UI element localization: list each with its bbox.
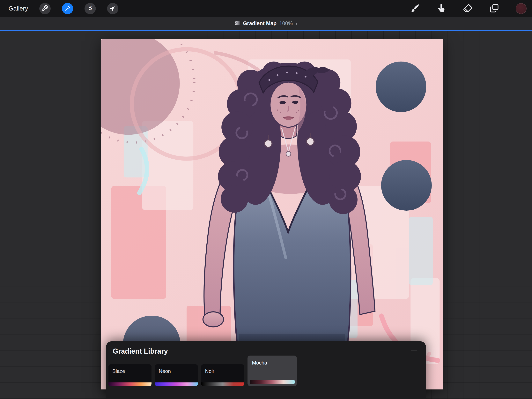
paint-brush-icon	[410, 3, 420, 14]
smudge-finger-icon	[436, 3, 446, 14]
gradient-strip	[155, 382, 198, 386]
artwork-canvas[interactable]	[101, 39, 443, 389]
gradient-map-icon	[234, 21, 240, 26]
top-toolbar: Gallery S	[0, 0, 532, 17]
adjustments-button[interactable]	[62, 3, 73, 14]
gradient-strip	[108, 382, 152, 386]
gradient-preset-blaze[interactable]: Blaze	[108, 364, 152, 386]
smudge-button[interactable]	[436, 4, 446, 14]
canvas-background: Gradient Library Blaze Neon Noir	[0, 31, 532, 399]
eraser-icon	[463, 3, 473, 14]
eraser-button[interactable]	[463, 4, 473, 14]
magic-wand-icon	[64, 5, 71, 12]
paint-brush-button[interactable]	[410, 4, 420, 14]
plus-icon	[410, 347, 418, 356]
preset-label: Neon	[155, 364, 198, 374]
preset-label: Mocha	[250, 355, 295, 366]
wrench-icon	[42, 5, 48, 12]
color-swatch[interactable]	[516, 3, 526, 14]
add-gradient-button[interactable]	[410, 347, 418, 356]
gradient-library-title: Gradient Library	[113, 347, 168, 355]
selection-accent-line	[0, 30, 532, 31]
selection-button[interactable]: S	[84, 3, 96, 14]
layers-icon	[489, 3, 499, 14]
gradient-preset-noir[interactable]: Noir	[201, 364, 244, 386]
svg-text:S: S	[89, 5, 93, 11]
gradient-library-panel: Gradient Library Blaze Neon Noir	[106, 341, 426, 399]
artwork-illustration	[101, 39, 443, 389]
adjustment-opacity-value: 100%	[279, 20, 293, 26]
transform-arrow-icon	[109, 5, 116, 12]
selection-s-icon: S	[87, 5, 94, 12]
gradient-strip	[201, 382, 244, 386]
gradient-preset-mocha[interactable]: Mocha	[247, 355, 297, 386]
actions-button[interactable]	[39, 3, 51, 14]
gradient-strip	[250, 380, 295, 384]
transform-button[interactable]	[107, 3, 118, 14]
gradient-map-dropdown[interactable]: Gradient Map 100% ▾	[234, 20, 298, 26]
adjustment-bar: Gradient Map 100% ▾	[0, 17, 532, 30]
adjustment-title: Gradient Map	[243, 20, 277, 26]
layers-button[interactable]	[489, 4, 499, 14]
preset-label: Noir	[201, 364, 244, 374]
gradient-preset-list: Blaze Neon Noir Mocha	[108, 355, 297, 386]
gradient-preset-neon[interactable]: Neon	[155, 364, 198, 386]
preset-label: Blaze	[108, 364, 152, 374]
chevron-down-icon: ▾	[295, 21, 298, 26]
gallery-button[interactable]: Gallery	[9, 5, 28, 12]
